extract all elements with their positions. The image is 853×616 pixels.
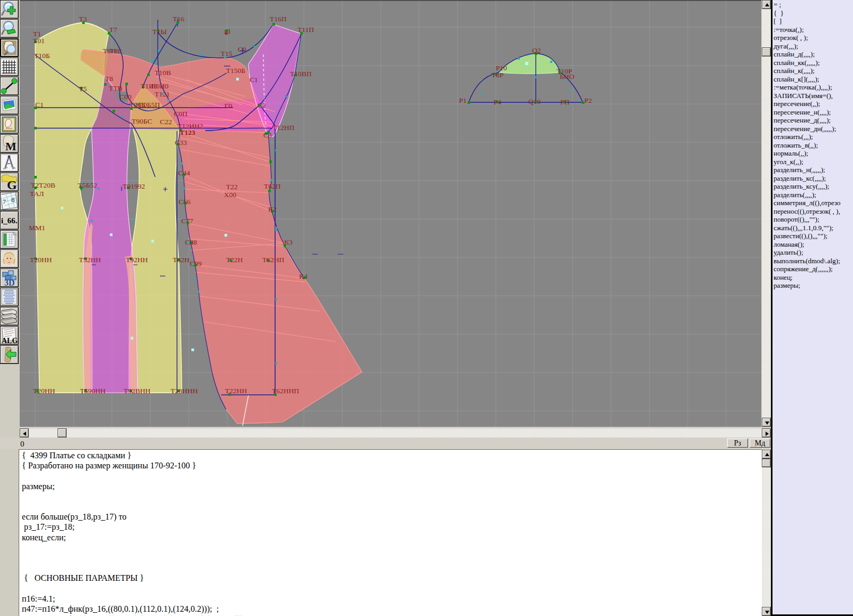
svg-text:С1: С1: [250, 76, 258, 84]
svg-text:С0Б5П: С0Б5П: [139, 101, 160, 109]
svg-text:Т16: Т16: [173, 15, 184, 23]
svg-text:Т123: Т123: [180, 128, 196, 136]
svg-text:Т20НН: Т20НН: [30, 256, 52, 264]
svg-text:Т10В: Т10В: [155, 69, 171, 77]
svg-text:РП: РП: [560, 98, 570, 106]
svg-text:Т1И0: Т1И0: [141, 82, 158, 90]
svg-text:ТАЛ: ТАЛ: [30, 190, 44, 198]
svg-text:ЬНО: ЬНО: [560, 72, 575, 80]
svg-text:Т62ННП: Т62ННП: [272, 387, 299, 395]
svg-text:Т22НН: Т22НН: [225, 387, 247, 395]
svg-text:Т7: Т7: [109, 26, 117, 34]
svg-text:С2: С2: [257, 101, 266, 109]
svg-text:С00: С00: [119, 93, 132, 101]
svg-text:Т10ВП: Т10ВП: [290, 70, 312, 78]
svg-text:Р1: Р1: [459, 96, 466, 104]
svg-text:Р4: Р4: [494, 98, 502, 106]
svg-text:К4: К4: [299, 272, 308, 280]
svg-text:С3: С3: [263, 131, 272, 139]
svg-text:Т88: Т88: [110, 47, 122, 55]
svg-text:С0: С0: [238, 45, 246, 53]
svg-text:Х00: Х00: [224, 191, 236, 199]
svg-text:Т150Б: Т150Б: [226, 67, 245, 75]
svg-text:Т1Ы: Т1Ы: [152, 28, 167, 36]
svg-text:С0П: С0П: [174, 110, 188, 118]
svg-text:Т20НН: Т20НН: [33, 387, 55, 395]
svg-text:Т590НН: Т590НН: [80, 387, 106, 395]
svg-text:Т62НП: Т62НП: [262, 256, 284, 264]
svg-text:Т22Н: Т22Н: [226, 256, 243, 264]
svg-text:С44: С44: [178, 169, 190, 177]
svg-text:Q2: Q2: [532, 46, 541, 54]
svg-text:Т28ННН: Т28ННН: [171, 387, 198, 395]
svg-text:Т8Р: Т8Р: [492, 71, 504, 79]
svg-text:Т3: Т3: [79, 15, 87, 23]
svg-text:Т90БС: Т90БС: [132, 117, 152, 125]
svg-text:ММ1: ММ1: [29, 224, 45, 232]
svg-text:Т92НН: Т92НН: [126, 256, 148, 264]
svg-text:Q10: Q10: [528, 98, 541, 106]
svg-text:С99: С99: [190, 260, 202, 268]
svg-text:Т52НН: Т52НН: [79, 256, 101, 264]
svg-text:С22: С22: [160, 118, 172, 126]
svg-text:Т10Б: Т10Б: [34, 52, 50, 60]
svg-text:С88: С88: [185, 238, 197, 246]
svg-text:Г0: Г0: [224, 102, 232, 110]
svg-text:Т11П: Т11П: [297, 26, 314, 34]
svg-text:Т62П: Т62П: [264, 182, 281, 190]
svg-text:Т15: Т15: [221, 50, 232, 58]
svg-text:С1: С1: [35, 101, 44, 109]
svg-text:К2: К2: [268, 205, 277, 213]
svg-text:Т91992: Т91992: [123, 182, 145, 190]
svg-text:ТТВ: ТТВ: [109, 84, 123, 92]
svg-text:Т2Т20В: Т2Т20В: [31, 181, 55, 189]
svg-text:Т8: Т8: [105, 75, 113, 83]
svg-text:Т5: Т5: [79, 85, 87, 93]
svg-text:Р2: Р2: [584, 96, 592, 104]
svg-text:С66: С66: [179, 198, 191, 206]
svg-text:С33: С33: [175, 139, 187, 147]
svg-text:С77: С77: [181, 217, 194, 225]
svg-text:Т12НП: Т12НП: [272, 124, 294, 132]
svg-text:Т16П: Т16П: [270, 15, 287, 23]
svg-text:Т62Н: Т62Н: [173, 256, 190, 264]
svg-text:Т121: Т121: [155, 90, 170, 98]
svg-text:Т22: Т22: [226, 183, 238, 191]
svg-text:Т92ВНН: Т92ВНН: [124, 387, 151, 395]
svg-text:Т5Б52: Т5Б52: [78, 181, 97, 189]
svg-text:*: *: [224, 30, 229, 39]
svg-text:К3: К3: [284, 238, 293, 246]
svg-text:Т01: Т01: [33, 37, 45, 45]
